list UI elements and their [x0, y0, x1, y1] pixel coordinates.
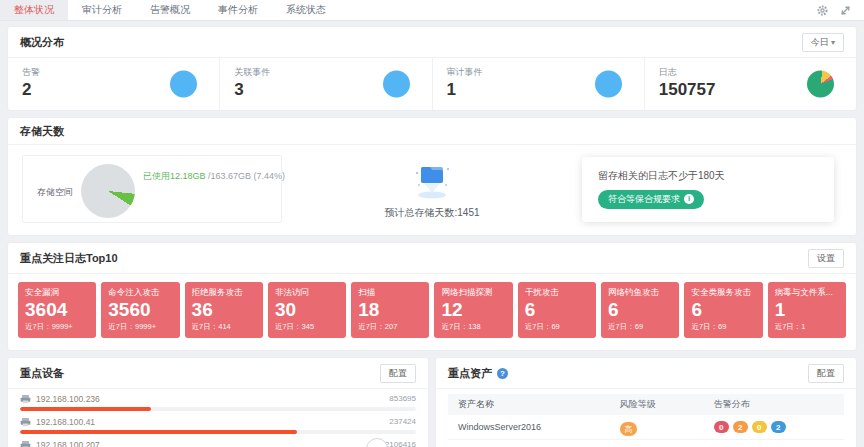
log-card-value: 18 — [358, 299, 422, 322]
device-ip: 192.168.100.207 — [36, 440, 100, 447]
assets-title: 重点资产 — [448, 366, 492, 381]
header-asset-name: 资产名称 — [458, 398, 620, 411]
log-card[interactable]: 网络扫描探测 12 近7日：138 — [434, 282, 512, 338]
top-tab-bar: 整体状况 审计分析 告警概况 事件分析 系统状态 — [0, 0, 864, 21]
assets-config-button[interactable]: 配置 — [808, 364, 844, 383]
device-row[interactable]: 192.168.100.41 237424 — [20, 417, 416, 434]
recent-label: 近7日： — [441, 322, 468, 331]
log-card-name: 命令注入攻击 — [108, 287, 172, 299]
device-count: 853695 — [389, 394, 416, 403]
log-card[interactable]: 安全类服务攻击 6 近7日：69 — [684, 282, 762, 338]
log-card-name: 病毒与文件系... — [775, 287, 839, 299]
storage-section: 存储天数 存储空间 已使用12.18GB /163.67GB (7.44%) — [8, 118, 856, 235]
log-card-recent: 近7日：69 — [525, 322, 589, 332]
top10-logs-section: 重点关注日志Top10 设置 安全漏洞 3604 近7日：9999+ 命令注入攻… — [8, 243, 856, 350]
compliance-badge[interactable]: 符合等保合规要求 — [598, 190, 704, 209]
device-list: 192.168.100.236 853695 192.168.100.41 23… — [8, 389, 428, 447]
devices-title: 重点设备 — [20, 366, 64, 381]
recent-label: 近7日： — [358, 322, 385, 331]
recent-value: 414 — [218, 322, 231, 331]
storage-usage-text: 已使用12.18GB /163.67GB (7.44%) — [143, 170, 285, 183]
device-bar-fill — [20, 407, 151, 411]
asset-table-header: 资产名称 风险等级 告警分布 — [448, 394, 844, 415]
recent-value: 9999+ — [135, 322, 156, 331]
gear-icon[interactable] — [816, 4, 829, 17]
log-card[interactable]: 扫描 18 近7日：207 — [351, 282, 429, 338]
recent-label: 近7日： — [192, 322, 219, 331]
log-card-value: 3604 — [25, 299, 89, 322]
log-card-recent: 近7日：138 — [441, 322, 505, 332]
compliance-badge-label: 符合等保合规要求 — [608, 193, 680, 206]
badge-low: 2 — [771, 421, 786, 433]
log-card-value: 12 — [441, 299, 505, 322]
tab-audit-analysis[interactable]: 审计分析 — [68, 0, 136, 20]
devices-config-button[interactable]: 配置 — [380, 364, 416, 383]
log-card[interactable]: 干扰攻击 6 近7日：69 — [518, 282, 596, 338]
device-bar-fill — [20, 430, 297, 434]
log-card[interactable]: 拒绝服务攻击 36 近7日：414 — [185, 282, 263, 338]
asset-table: 资产名称 风险等级 告警分布 WindowsServer2016 高 0 2 0… — [436, 389, 856, 447]
log-card-value: 6 — [691, 299, 755, 322]
key-devices-section: 重点设备 配置 192.168.100.236 853695 — [8, 358, 428, 447]
log-card-name: 拒绝服务攻击 — [192, 287, 256, 299]
recent-label: 近7日： — [108, 322, 135, 331]
alert-distribution-badges: 0 2 0 2 — [714, 421, 834, 433]
recent-value: 207 — [385, 322, 398, 331]
tab-system-status[interactable]: 系统状态 — [272, 0, 340, 20]
date-filter-dropdown[interactable]: 今日 — [802, 33, 844, 52]
recent-label: 近7日： — [525, 322, 552, 331]
device-bar-track — [20, 407, 416, 411]
log-card-value: 36 — [192, 299, 256, 322]
log-card[interactable]: 非法访问 30 近7日：345 — [268, 282, 346, 338]
recent-label: 近7日： — [691, 322, 718, 331]
tab-event-analysis[interactable]: 事件分析 — [204, 0, 272, 20]
stat-logs[interactable]: 日志 150757 — [645, 58, 856, 110]
log-card-name: 扫描 — [358, 287, 422, 299]
log-card-recent: 近7日：9999+ — [108, 322, 172, 332]
info-icon — [684, 194, 694, 204]
overview-title: 概况分布 — [20, 35, 64, 50]
storage-days-panel: 预计总存储天数:1451 — [294, 159, 570, 220]
tab-overall-status[interactable]: 整体状况 — [0, 0, 68, 20]
asset-row[interactable]: UAC 高 0 2 0 0 — [448, 440, 844, 447]
fullscreen-icon[interactable] — [839, 4, 852, 17]
log-card[interactable]: 网络钓鱼攻击 6 近7日：69 — [601, 282, 679, 338]
asset-row[interactable]: WindowsServer2016 高 0 2 0 2 — [448, 415, 844, 441]
alerts-circle-icon — [170, 71, 197, 98]
storage-title: 存储天数 — [20, 124, 64, 139]
log-card[interactable]: 命令注入攻击 3560 近7日：9999+ — [101, 282, 179, 338]
device-ip: 192.168.100.41 — [36, 417, 95, 427]
log-card-recent: 近7日：69 — [608, 322, 672, 332]
recent-value: 345 — [302, 322, 315, 331]
key-assets-section: 重点资产 配置 资产名称 风险等级 告警分布 WindowsServer2016… — [436, 358, 856, 447]
storage-usage-pie-chart — [81, 164, 135, 218]
badge-medium: 0 — [752, 421, 767, 433]
log-card-recent: 近7日：1 — [775, 322, 839, 332]
badge-critical: 0 — [714, 421, 729, 433]
storage-space-panel: 存储空间 已使用12.18GB /163.67GB (7.44%) — [22, 155, 282, 223]
recent-value: 138 — [468, 322, 481, 331]
log-card-recent: 近7日：345 — [275, 322, 339, 332]
stat-correlated-events[interactable]: 关联事件 3 — [220, 58, 432, 110]
log-card-recent: 近7日：207 — [358, 322, 422, 332]
log-card-value: 6 — [608, 299, 672, 322]
log-card[interactable]: 病毒与文件系... 1 近7日：1 — [768, 282, 846, 338]
overview-stats: 告警 2 关联事件 3 审计事件 1 日志 150757 — [8, 58, 856, 110]
storage-days-text: 预计总存储天数:1451 — [384, 206, 479, 220]
top10-settings-button[interactable]: 设置 — [808, 249, 844, 268]
device-row[interactable]: 192.168.100.236 853695 — [20, 394, 416, 411]
help-icon[interactable] — [497, 368, 508, 379]
device-icon — [20, 394, 31, 404]
top10-title: 重点关注日志Top10 — [20, 251, 118, 266]
stat-alerts[interactable]: 告警 2 — [8, 58, 220, 110]
recent-value: 9999+ — [52, 322, 73, 331]
recent-value: 69 — [718, 322, 726, 331]
device-count: 237424 — [389, 417, 416, 426]
log-card[interactable]: 安全漏洞 3604 近7日：9999+ — [18, 282, 96, 338]
stat-audit-events[interactable]: 审计事件 1 — [433, 58, 645, 110]
device-count: 2106416 — [385, 440, 416, 447]
tab-alert-overview[interactable]: 告警概况 — [136, 0, 204, 20]
header-alert-distribution: 告警分布 — [714, 398, 834, 411]
tab-label: 事件分析 — [218, 3, 258, 17]
device-row[interactable]: 192.168.100.207 2106416 — [20, 440, 416, 447]
